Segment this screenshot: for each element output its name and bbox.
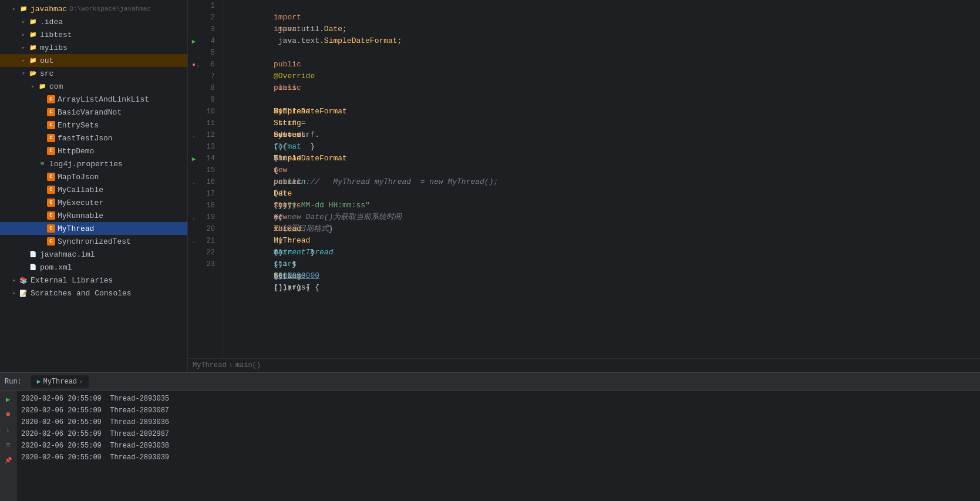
stop-button[interactable]: ■: [2, 408, 15, 421]
gutter-line-18: 18: [188, 200, 223, 211]
run-gutter-4[interactable]: ▶: [188, 38, 200, 45]
sidebar-item-scratches[interactable]: 📝 Scratches and Consoles: [0, 287, 187, 300]
code-line-22: }: [228, 247, 975, 258]
libtest-label: libtest: [40, 31, 72, 39]
sidebar-item-mythread[interactable]: C MyThread: [0, 222, 187, 235]
gutter-line-23: 23: [188, 258, 223, 270]
basicvar-java-icon: C: [47, 108, 55, 116]
sidebar-item-synchronizedtest[interactable]: C SynchronizedTest: [0, 235, 187, 248]
entrysets-label: EntrySets: [58, 121, 99, 130]
iml-label: javahmac.iml: [40, 250, 95, 259]
myrunnable-java-icon: C: [47, 211, 55, 220]
line-num-5: 5: [200, 49, 217, 57]
line-num-4: 4: [200, 37, 217, 45]
console-output[interactable]: 2020-02-06 20:55:09 Thread-2893035 2020-…: [16, 391, 980, 501]
console-tab-icon: ▶: [37, 378, 41, 385]
breakpoint-6: ●: [192, 62, 196, 68]
scroll-down-button[interactable]: ↓: [2, 423, 15, 436]
sidebar-item-root[interactable]: 📁 javahmac D:\workspace\javahmac: [0, 2, 187, 15]
com-folder-icon: 📁: [38, 82, 47, 91]
sidebar-item-httpdemo[interactable]: C HttpDemo: [0, 144, 187, 157]
console-sidebar: ▶ ■ ↓ ≡ 📌: [0, 391, 16, 501]
sidebar-item-idea[interactable]: 📁 .idea: [0, 15, 187, 28]
fold-21[interactable]: ⌄: [188, 238, 200, 244]
sidebar-item-libtest[interactable]: 📁 libtest: [0, 28, 187, 41]
mylibs-label: mylibs: [40, 43, 68, 52]
code-line-21: }: [228, 235, 975, 247]
sidebar-item-src[interactable]: 📂 src: [0, 67, 187, 80]
line-gutter: 1 2 3 ▶ 4: [188, 0, 223, 358]
code-line-1: import java.util.Date;: [228, 0, 975, 12]
line-num-13: 13: [200, 143, 217, 151]
fold-6[interactable]: ⌄: [197, 62, 200, 68]
out-arrow: [19, 57, 28, 64]
code-line-5: @Override: [228, 47, 975, 59]
gutter-line-10: 10: [188, 106, 223, 117]
out-folder-icon: 📁: [28, 56, 38, 65]
ext-lib-label: External Libraries: [31, 276, 113, 285]
gutter-line-9: 9: [188, 94, 223, 106]
myrunnable-label: MyRunnable: [58, 211, 103, 220]
mylibs-arrow: [19, 44, 28, 51]
mylibs-folder-icon: 📁: [28, 43, 38, 52]
scratches-icon: 📝: [19, 288, 28, 298]
sidebar-item-com[interactable]: 📁 com: [0, 80, 187, 93]
console-line-5: 2020-02-06 20:55:09 Thread-2893038: [21, 440, 975, 452]
httpdemo-label: HttpDemo: [58, 147, 94, 156]
gutter-line-5: 5: [188, 47, 223, 59]
mythread-java-icon: C: [47, 224, 55, 233]
code-container[interactable]: 1 2 3 ▶ 4: [188, 0, 980, 358]
console-tab-close[interactable]: ✕: [79, 378, 83, 385]
line-num-15: 15: [200, 166, 217, 174]
sidebar-item-pom[interactable]: 📄 pom.xml: [0, 261, 187, 274]
sidebar-item-out[interactable]: 📁 out: [0, 54, 187, 67]
code-editor[interactable]: import java.util.Date; import java.text.…: [223, 0, 980, 358]
sidebar-item-external-libraries[interactable]: 📚 External Libraries: [0, 274, 187, 287]
sidebar-item-myexecuter[interactable]: C MyExecuter: [0, 196, 187, 209]
sidebar-tree[interactable]: 📁 javahmac D:\workspace\javahmac 📁 .idea…: [0, 0, 187, 372]
line-num-11: 11: [200, 119, 217, 127]
src-label: src: [40, 69, 53, 78]
idea-arrow: [19, 18, 28, 25]
console-tab-mythread[interactable]: ▶ MyThread ✕: [31, 375, 89, 388]
idea-folder-icon: 📁: [28, 17, 38, 26]
code-line-9: String d = strf. format ( new Date ()); …: [228, 94, 975, 106]
mycallable-label: MyCallable: [58, 186, 103, 194]
gutter-line-16: ⌄ 16: [188, 176, 223, 188]
line-num-22: 22: [200, 248, 217, 257]
import-kw-1: import: [274, 13, 301, 22]
sidebar-item-iml[interactable]: 📄 javahmac.iml: [0, 248, 187, 261]
code-line-11: [228, 117, 975, 129]
run-gutter-14[interactable]: ▶: [188, 155, 200, 163]
format-button[interactable]: ≡: [2, 439, 15, 452]
sidebar-item-arraylist[interactable]: C ArrayListAndLinkList: [0, 93, 187, 106]
editor-area: 1 2 3 ▶ 4: [188, 0, 980, 372]
pin-button[interactable]: 📌: [2, 454, 15, 467]
sidebar-item-log4j[interactable]: ≡ log4j.properties: [0, 157, 187, 170]
gutter-line-19: ⌄ 19: [188, 211, 223, 223]
line-num-3: 3: [200, 25, 217, 33]
breadcrumb-separator: ›: [229, 361, 233, 369]
gutter-line-17: 17: [188, 188, 223, 200]
fold-19[interactable]: ⌄: [188, 214, 200, 221]
sidebar-item-entrysets[interactable]: C EntrySets: [0, 119, 187, 132]
myexecuter-label: MyExecuter: [58, 199, 103, 207]
play-button[interactable]: ▶: [2, 393, 15, 406]
sidebar-item-fasttestjson[interactable]: C fastTestJson: [0, 132, 187, 144]
code-line-7: [228, 70, 975, 82]
com-arrow: [28, 83, 38, 90]
gutter-line-14: ▶ 14: [188, 153, 223, 164]
sidebar-item-mylibs[interactable]: 📁 mylibs: [0, 41, 187, 54]
sidebar-item-maptojson[interactable]: C MapToJson: [0, 170, 187, 183]
fold-12[interactable]: ⌄: [188, 132, 200, 139]
sidebar-item-basicvar[interactable]: C BasicVarandNot: [0, 106, 187, 119]
sidebar-item-myrunnable[interactable]: C MyRunnable: [0, 209, 187, 222]
sidebar-item-mycallable[interactable]: C MyCallable: [0, 183, 187, 196]
code-line-13: [228, 141, 975, 153]
gutter-line-3: 3: [188, 23, 223, 35]
breadcrumb-method: main(): [235, 361, 261, 369]
gutter-line-21: ⌄ 21: [188, 235, 223, 247]
log4j-icon: ≡: [38, 159, 47, 169]
fold-16[interactable]: ⌄: [188, 179, 200, 186]
line-num-8: 8: [200, 84, 217, 92]
